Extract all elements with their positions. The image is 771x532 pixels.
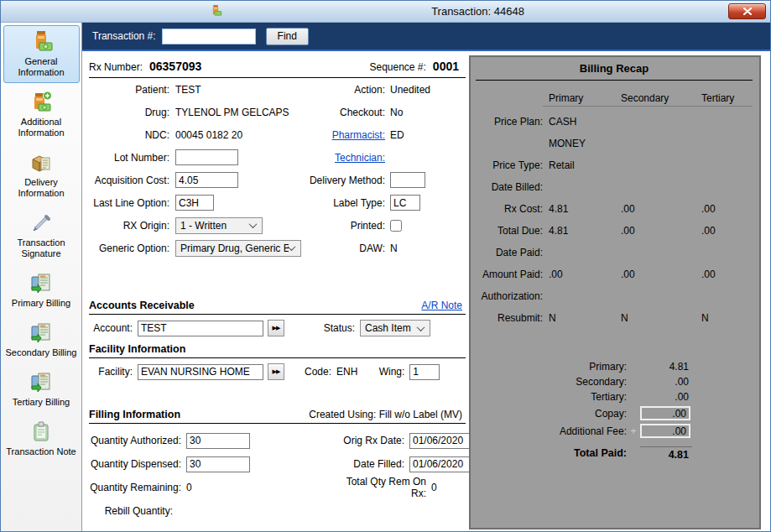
rebill-quantity-label: Rebill Quantity: bbox=[89, 505, 173, 517]
billing-recap-panel: Billing Recap Primary Secondary Tertiary… bbox=[469, 55, 761, 529]
account-lookup-button[interactable]: ▶▶ bbox=[268, 320, 284, 336]
recap-cell bbox=[543, 242, 615, 263]
package-icon bbox=[29, 150, 54, 175]
sidebar-item-transaction-signature[interactable]: Transaction Signature bbox=[3, 206, 80, 264]
quantity-remaining-label: Quantity Remaining: bbox=[89, 482, 181, 493]
transaction-search-bar: Transaction #: Find bbox=[82, 23, 770, 51]
printed-checkbox[interactable] bbox=[390, 220, 402, 232]
facility-lookup-button[interactable]: ▶▶ bbox=[268, 363, 284, 380]
action-label: Action: bbox=[301, 84, 385, 96]
status-select[interactable]: Cash Item bbox=[360, 320, 430, 336]
last-line-option-input[interactable] bbox=[175, 195, 214, 211]
sequence-value: 0001 bbox=[433, 60, 459, 73]
close-button[interactable] bbox=[728, 3, 766, 19]
quantity-authorized-input[interactable] bbox=[186, 433, 250, 449]
summary-primary-label: Primary: bbox=[476, 361, 627, 373]
ar-note-link[interactable]: A/R Note bbox=[421, 300, 462, 311]
recap-cell: N bbox=[695, 307, 753, 329]
quantity-dispensed-row: Quantity Dispensed: Date Filled: bbox=[89, 452, 466, 476]
general-information-form: Rx Number: 06357093 Sequence #: 0001 Pat… bbox=[82, 53, 469, 531]
technician-link[interactable]: Technician: bbox=[335, 152, 385, 164]
double-arrow-icon: ▶▶ bbox=[273, 325, 280, 331]
sidebar-item-label: Tertiary Billing bbox=[13, 397, 70, 407]
sidebar-item-transaction-note[interactable]: Transaction Note bbox=[3, 415, 80, 462]
total-paid-label: Total Paid: bbox=[476, 447, 627, 459]
recap-row-label: Price Type: bbox=[476, 154, 543, 176]
quantity-dispensed-input[interactable] bbox=[186, 456, 250, 472]
summary-total-paid-row: Total Paid: 4.81 bbox=[476, 444, 753, 462]
accounts-receivable-heading: Accounts Receivable bbox=[89, 300, 195, 311]
patient-value: TEST bbox=[175, 84, 301, 96]
double-arrow-icon: ▶▶ bbox=[273, 368, 280, 375]
acquisition-cost-label: Acquisition Cost: bbox=[89, 175, 169, 186]
additional-fee-field[interactable] bbox=[640, 424, 690, 438]
title-bar: Transaction: 44648 bbox=[1, 1, 770, 23]
summary-secondary-value: .00 bbox=[640, 376, 692, 388]
rx-origin-row: RX Origin: 1 - Written Printed: bbox=[89, 214, 466, 237]
billing-recap-summary: Primary: 4.81 Secondary: .00 Tertiary: .… bbox=[476, 359, 753, 462]
total-qty-rem-value: 0 bbox=[431, 482, 466, 493]
recap-cell: Retail bbox=[543, 154, 615, 176]
daw-value: N bbox=[390, 243, 466, 254]
recap-cell bbox=[695, 176, 753, 198]
sidebar-item-additional-information[interactable]: Additional Information bbox=[3, 86, 80, 143]
printed-label: Printed: bbox=[301, 220, 385, 232]
find-button[interactable]: Find bbox=[266, 28, 309, 45]
quantity-remaining-row: Quantity Remaining: 0 Total Qty Rem On R… bbox=[89, 476, 466, 499]
sidebar-item-label: Transaction Signature bbox=[17, 237, 65, 258]
date-filled-input[interactable] bbox=[409, 456, 469, 472]
sidebar-nav: General Information Additional Informati… bbox=[1, 23, 82, 531]
delivery-method-input[interactable] bbox=[390, 172, 425, 188]
lot-number-label: Lot Number: bbox=[89, 152, 169, 164]
transaction-number-input[interactable] bbox=[162, 29, 256, 44]
copay-label: Copay: bbox=[476, 408, 627, 420]
acquisition-cost-input[interactable] bbox=[175, 172, 238, 188]
facility-label: Facility: bbox=[89, 366, 133, 378]
pharmacist-link[interactable]: Pharmacist: bbox=[332, 129, 385, 141]
copay-field[interactable] bbox=[640, 406, 690, 420]
additional-fee-label: Additional Fee: bbox=[476, 425, 627, 437]
account-row: Account: ▶▶ Status: Cash Item bbox=[89, 315, 466, 342]
sidebar-item-label: Additional Information bbox=[18, 117, 64, 138]
facility-information-header: Facility Information bbox=[89, 343, 466, 358]
sidebar-item-delivery-information[interactable]: Delivery Information bbox=[3, 146, 80, 204]
chevron-down-icon bbox=[249, 220, 258, 228]
recap-cell bbox=[695, 285, 753, 307]
delivery-method-label: Delivery Method: bbox=[301, 175, 385, 186]
rx-origin-select[interactable]: 1 - Written bbox=[175, 217, 263, 234]
sidebar-item-secondary-billing[interactable]: Secondary Billing bbox=[3, 316, 80, 363]
summary-copay-row: Copay: bbox=[476, 404, 753, 422]
ndc-value: 00045 0182 20 bbox=[175, 129, 301, 141]
recap-cell bbox=[695, 154, 753, 176]
facility-code-value: ENH bbox=[336, 366, 357, 378]
wing-input[interactable] bbox=[409, 364, 440, 380]
sidebar-item-label: Secondary Billing bbox=[6, 347, 77, 357]
rx-origin-label: RX Origin: bbox=[89, 220, 169, 232]
sidebar-item-primary-billing[interactable]: Primary Billing bbox=[3, 267, 80, 314]
label-type-input[interactable] bbox=[390, 195, 420, 211]
recap-row-label: Price Plan: bbox=[476, 111, 543, 154]
drug-label: Drug: bbox=[89, 107, 169, 118]
ndc-label: NDC: bbox=[89, 129, 169, 141]
orig-rx-date-input[interactable] bbox=[409, 433, 469, 449]
recap-cell: N bbox=[543, 307, 615, 329]
sidebar-item-general-information[interactable]: General Information bbox=[3, 25, 80, 83]
generic-option-select[interactable]: Primary Drug, Generic Equiv bbox=[175, 240, 301, 257]
account-input[interactable] bbox=[138, 321, 263, 336]
sidebar-item-tertiary-billing[interactable]: Tertiary Billing bbox=[3, 366, 80, 413]
close-icon bbox=[743, 8, 752, 15]
transaction-number-label: Transaction #: bbox=[92, 30, 156, 42]
recap-column-tertiary: Tertiary bbox=[695, 91, 753, 107]
summary-secondary-row: Secondary: .00 bbox=[476, 374, 753, 389]
facility-input[interactable] bbox=[138, 364, 263, 380]
drug-row: Drug: TYLENOL PM GELCAPS Checkout: No bbox=[89, 101, 466, 123]
lot-number-row: Lot Number: Technician: bbox=[89, 146, 466, 169]
lot-number-input[interactable] bbox=[175, 149, 238, 165]
quantity-dispensed-label: Quantity Dispensed: bbox=[89, 458, 181, 470]
quantity-remaining-value: 0 bbox=[186, 482, 329, 493]
acquisition-cost-row: Acquisition Cost: Delivery Method: bbox=[89, 169, 466, 191]
status-value: Cash Item bbox=[365, 322, 411, 334]
sidebar-item-label: Transaction Note bbox=[6, 446, 76, 456]
pharmacist-value: ED bbox=[390, 129, 466, 141]
daw-label: DAW: bbox=[301, 243, 385, 254]
